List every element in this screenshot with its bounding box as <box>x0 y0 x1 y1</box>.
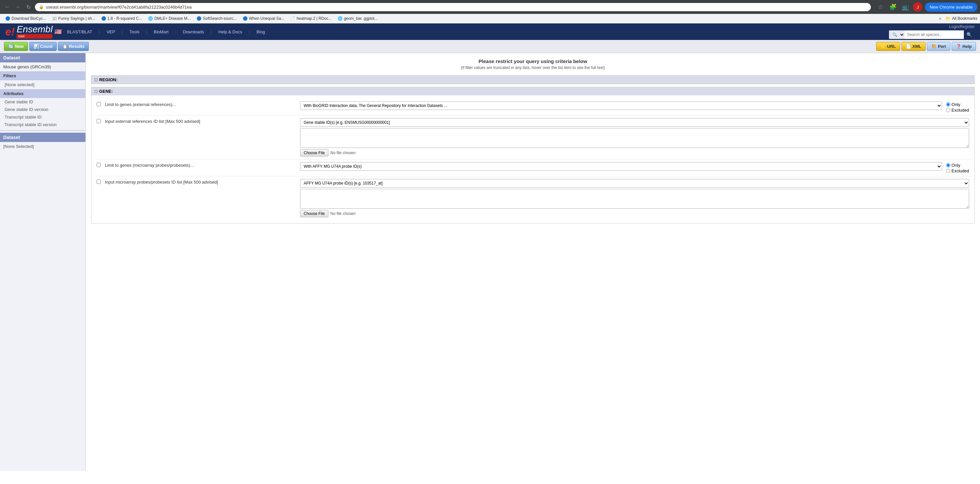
limit-external-only-radio[interactable]: Only <box>946 102 969 107</box>
limit-microarray-excluded-radio[interactable]: Excluded <box>946 168 969 173</box>
count-button-label: Count <box>40 44 53 49</box>
search-input[interactable] <box>905 31 964 38</box>
sidebar-attr-transcript-stable-id[interactable]: Transcript stable ID <box>0 113 85 121</box>
sidebar-attributes-label[interactable]: Attributes <box>0 89 85 98</box>
bookmark-item[interactable]: 🔵 1.8 - R-squared C... <box>99 15 145 22</box>
bookmark-item[interactable]: 📄 heatmap.2 | RDoc... <box>288 15 334 22</box>
input-microarray-file-row: Choose File No file chosen <box>300 210 969 217</box>
help-button-label: Help <box>963 44 972 49</box>
no-file-chosen-2: No file chosen <box>330 211 355 216</box>
sidebar-attr-transcript-stable-id-version[interactable]: Transcript stable ID version <box>0 121 85 128</box>
search-submit-button[interactable]: 🔍 <box>964 30 975 39</box>
search-container: 🔍 🔍 <box>889 30 975 39</box>
xml-icon: 📄 <box>906 44 911 49</box>
new-icon: 🔄 <box>8 44 14 49</box>
limit-microarray-select[interactable]: With AFFY MG U74A probe ID(s) <box>300 162 942 171</box>
new-button[interactable]: 🔄 New <box>4 42 28 51</box>
input-microarray-controls: AFFY MG U74A probe ID(s) [e.g. 103517_at… <box>300 179 969 217</box>
star-button[interactable]: ☆ <box>875 2 885 12</box>
limit-microarray-controls: With AFFY MG U74A probe ID(s) <box>300 162 942 171</box>
input-microarray-select[interactable]: AFFY MG U74A probe ID(s) [e.g. 103517_at… <box>300 179 969 187</box>
limit-microarray-checkbox[interactable] <box>97 163 101 167</box>
toolbar-right: ⭐ URL 📄 XML 🐫 Perl ❓ Help <box>876 42 976 51</box>
ensembl-header: e! Ensembl east 🇺🇸 BLAST/BLAT | VEP | To… <box>0 24 980 40</box>
new-chrome-button[interactable]: New Chrome available <box>925 3 977 11</box>
results-button[interactable]: 📋 Results <box>58 42 89 51</box>
gene-toggle-icon: □ <box>95 89 97 94</box>
input-external-select[interactable]: Gene stable ID(s) [e.g. ENSMUSG000000000… <box>300 118 969 127</box>
bookmarks-more[interactable]: » <box>937 15 943 22</box>
back-button[interactable]: ← <box>3 2 12 11</box>
flag-icon: 🇺🇸 <box>54 28 62 35</box>
bookmark-item[interactable]: 🌐 geom_bar. ggplot... <box>335 15 380 22</box>
biomart-toolbar: 🔄 New 📊 Count 📋 Results ⭐ URL 📄 XML 🐫 Pe… <box>0 40 980 53</box>
sidebar-dataset-name: Mouse genes (GRCm39) <box>0 62 85 71</box>
sidebar-filters-label[interactable]: Filters <box>0 71 85 80</box>
toolbar-left: 🔄 New 📊 Count 📋 Results <box>4 42 89 51</box>
refresh-button[interactable]: ↻ <box>24 2 33 11</box>
profile-avatar[interactable]: J <box>913 2 922 11</box>
perl-button[interactable]: 🐫 Perl <box>927 42 950 51</box>
region-toggle-icon: □ <box>95 77 97 82</box>
sidebar-attr-gene-stable-id-version[interactable]: Gene stable ID version <box>0 105 85 113</box>
url-text: useast.ensembl.org/biomart/martview/f07e… <box>46 5 867 10</box>
input-external-label: Input external references ID list [Max 5… <box>105 118 296 124</box>
nav-vep[interactable]: VEP <box>107 28 115 36</box>
ensembl-nav: BLAST/BLAT | VEP | Tools | BioMart | Dow… <box>67 28 265 36</box>
input-microarray-label: Input microarray probes/probesets ID lis… <box>105 179 296 185</box>
limit-microarray-only-radio[interactable]: Only <box>946 163 969 168</box>
gene-section-header[interactable]: □ GENE: <box>91 87 974 96</box>
help-icon: ❓ <box>956 44 961 49</box>
search-species-select[interactable]: 🔍 <box>889 30 905 39</box>
address-bar[interactable]: 🔒 useast.ensembl.org/biomart/martview/f0… <box>35 3 871 11</box>
gene-section-body: Limit to genes (external references)... … <box>91 96 974 223</box>
region-section-header[interactable]: □ REGION: <box>91 76 974 84</box>
limit-external-select[interactable]: With BioGRID Interaction data, The Gener… <box>300 101 942 110</box>
bookmark-item[interactable]: 📰 Funny Sayings | sh... <box>49 15 98 22</box>
all-bookmarks-label[interactable]: All Bookmarks <box>952 16 977 21</box>
gene-label: GENE: <box>99 89 113 94</box>
nav-buttons: ← → ↻ <box>3 2 33 11</box>
input-microarray-checkbox[interactable] <box>97 180 101 184</box>
sidebar-none-selected: [None selected] <box>0 80 85 89</box>
nav-biomart[interactable]: BioMart <box>154 28 169 36</box>
main-layout: Dataset Mouse genes (GRCm39) Filters [No… <box>0 53 980 471</box>
page-title: Please restrict your query using criteri… <box>91 58 975 64</box>
input-external-textarea[interactable] <box>300 128 969 148</box>
nav-blast-blat[interactable]: BLAST/BLAT <box>67 28 92 36</box>
input-microarray-textarea[interactable] <box>300 189 969 209</box>
count-button[interactable]: 📊 Count <box>29 42 57 51</box>
limit-external-checkbox[interactable] <box>97 102 101 106</box>
choose-file-button-1[interactable]: Choose File <box>300 149 328 157</box>
nav-tools[interactable]: Tools <box>130 28 140 36</box>
input-external-checkbox[interactable] <box>97 119 101 123</box>
count-icon: 📊 <box>33 44 39 49</box>
login-register-link[interactable]: Login/Register <box>949 24 975 29</box>
bookmark-item[interactable]: 🌐 DMLE+ Disease M... <box>145 15 193 22</box>
input-external-controls: Gene stable ID(s) [e.g. ENSMUSG000000000… <box>300 118 969 157</box>
sidebar-dataset-header: Dataset <box>0 53 85 62</box>
sidebar-attr-gene-stable-id[interactable]: Gene stable ID <box>0 98 85 105</box>
nav-blog[interactable]: Blog <box>256 28 265 36</box>
choose-file-button-2[interactable]: Choose File <box>300 210 328 217</box>
url-button-label: URL <box>887 44 896 49</box>
sidebar: Dataset Mouse genes (GRCm39) Filters [No… <box>0 53 86 471</box>
cast-button[interactable]: 📺 <box>900 2 910 12</box>
nav-downloads[interactable]: Downloads <box>183 28 204 36</box>
nav-help-docs[interactable]: Help & Docs <box>218 28 242 36</box>
xml-button[interactable]: 📄 XML <box>902 42 926 51</box>
bookmark-item[interactable]: 🔵 SoftSearch-sourc... <box>194 15 239 22</box>
url-button[interactable]: ⭐ URL <box>876 42 900 51</box>
region-section: □ REGION: <box>91 75 975 84</box>
help-button[interactable]: ❓ Help <box>951 42 976 51</box>
extensions-button[interactable]: 🧩 <box>888 2 898 12</box>
ensembl-logo[interactable]: e! Ensembl east 🇺🇸 <box>5 25 62 38</box>
logo-e-text: e! <box>5 26 14 38</box>
bookmark-item[interactable]: 🔵 When Unequal Sa... <box>240 15 287 22</box>
forward-button[interactable]: → <box>13 2 22 11</box>
bookmarks-folder-icon: 📁 <box>946 16 951 21</box>
limit-external-excluded-radio[interactable]: Excluded <box>946 108 969 113</box>
new-button-label: New <box>15 44 24 49</box>
bookmark-item[interactable]: 🔵 Download BioCyc... <box>3 15 49 22</box>
filter-row-input-microarray: Input microarray probes/probesets ID lis… <box>95 176 971 220</box>
